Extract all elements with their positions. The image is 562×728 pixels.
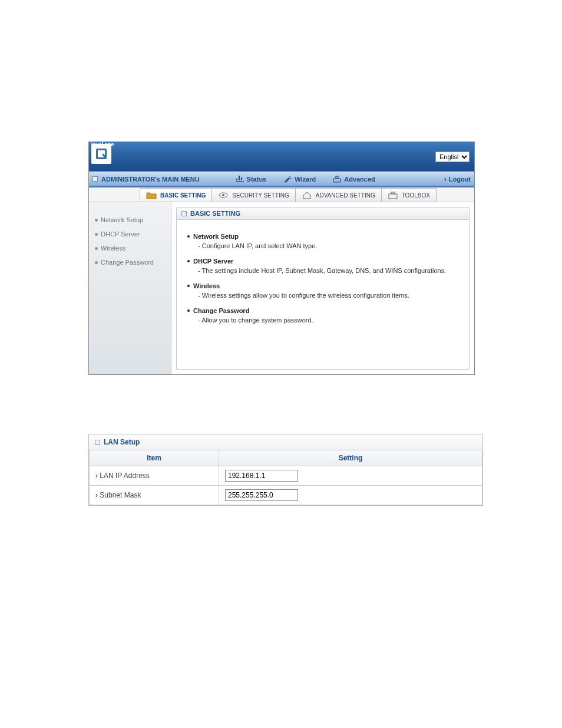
tab-advanced-label: ADVANCED SETTING: [316, 192, 375, 199]
section-desc: Wireless settings allow you to configure…: [198, 292, 458, 299]
row-setting: [219, 466, 482, 486]
tab-security-label: SECURITY SETTING: [232, 192, 289, 199]
section-desc: The settings include Host IP, Subnet Mas…: [198, 267, 458, 274]
section-title: DHCP Server: [187, 258, 458, 265]
row-label-lan-ip: LAN IP Address: [90, 466, 219, 486]
content-panel: BASIC SETTING Network Setup Configure LA…: [176, 207, 470, 370]
panel-title: BASIC SETTING: [190, 210, 240, 217]
tab-toolbox-label: TOOLBOX: [402, 192, 430, 199]
toolbox-icon: [388, 191, 398, 199]
section-title: Network Setup: [187, 233, 458, 240]
tab-basic-setting[interactable]: BASIC SETTING: [140, 188, 212, 202]
panel-square-icon: [181, 211, 187, 216]
main-menu-title: ADMINISTRATOR's MAIN MENU: [101, 176, 200, 183]
sidebar-label: Network Setup: [101, 216, 143, 223]
brand-logo: [91, 144, 111, 164]
sidebar-item-network-setup[interactable]: Network Setup: [89, 213, 171, 227]
language-select[interactable]: English: [435, 151, 470, 162]
wizard-icon: [283, 175, 292, 183]
sidebar-item-change-password[interactable]: Change Password: [89, 255, 171, 269]
logout-label: Logout: [449, 176, 471, 183]
menu-advanced[interactable]: Advanced: [332, 175, 375, 183]
menu-wizard[interactable]: Wizard: [283, 175, 316, 183]
section-desc: Configure LAN IP, and select WAN type.: [198, 242, 458, 249]
section-wireless: Wireless Wireless settings allow you to …: [187, 282, 458, 299]
sidebar: Network Setup DHCP Server Wireless Chang…: [89, 202, 171, 374]
panel-header: BASIC SETTING: [177, 207, 469, 220]
col-item: Item: [90, 450, 219, 466]
svg-rect-10: [389, 194, 397, 199]
svg-point-5: [290, 178, 292, 179]
section-change-password: Change Password Allow you to change syst…: [187, 307, 458, 324]
sidebar-label: Change Password: [101, 259, 154, 266]
svg-rect-7: [336, 176, 338, 179]
section-desc: Allow you to change system password.: [198, 317, 458, 324]
subnet-mask-input[interactable]: [225, 489, 298, 501]
col-setting: Setting: [219, 450, 482, 466]
section-dhcp-server: DHCP Server The settings include Host IP…: [187, 258, 458, 274]
folder-icon: [146, 191, 157, 199]
svg-point-4: [289, 176, 290, 177]
section-title: Change Password: [187, 307, 458, 314]
main-menu-bar: ADMINISTRATOR's MAIN MENU Status Wizard …: [89, 172, 474, 186]
panel-square-icon: [95, 440, 100, 445]
lan-setup-header: LAN Setup: [89, 434, 482, 450]
section-network-setup: Network Setup Configure LAN IP, and sele…: [187, 233, 458, 249]
sidebar-label: Wireless: [101, 245, 125, 252]
sidebar-item-wireless[interactable]: Wireless: [89, 241, 171, 255]
tab-basic-label: BASIC SETTING: [160, 192, 206, 199]
status-icon: [235, 175, 244, 183]
lan-setup-panel: LAN Setup Item Setting LAN IP Address Su…: [88, 434, 483, 506]
lan-ip-input[interactable]: [225, 470, 298, 482]
table-row: LAN IP Address: [90, 466, 482, 486]
menu-advanced-label: Advanced: [344, 176, 375, 183]
content-area: BASIC SETTING Network Setup Configure LA…: [171, 202, 474, 374]
sidebar-label: DHCP Server: [101, 230, 140, 238]
header-bar: level one English: [89, 142, 474, 172]
menu-square-icon: [92, 176, 98, 182]
svg-rect-2: [236, 179, 237, 180]
tab-row: BASIC SETTING SECURITY SETTING ADVANCED …: [89, 186, 474, 202]
table-row: Subnet Mask: [90, 486, 482, 505]
logout-link[interactable]: Logout: [444, 175, 471, 183]
menu-status-label: Status: [247, 176, 267, 183]
tab-security-setting[interactable]: SECURITY SETTING: [211, 188, 296, 202]
eye-icon: [218, 191, 229, 199]
row-label-subnet-mask: Subnet Mask: [90, 486, 219, 505]
lan-setup-title: LAN Setup: [104, 438, 140, 446]
section-title: Wireless: [187, 282, 458, 289]
house-icon: [302, 191, 312, 199]
svg-point-9: [222, 194, 224, 196]
menu-wizard-label: Wizard: [295, 176, 316, 183]
router-main-panel: level one English ADMINISTRATOR's MAIN M…: [88, 141, 475, 375]
sidebar-item-dhcp-server[interactable]: DHCP Server: [89, 227, 171, 241]
row-setting: [219, 486, 482, 505]
svg-rect-0: [239, 176, 240, 180]
svg-rect-1: [241, 177, 242, 180]
lan-setup-table: Item Setting LAN IP Address Subnet Mask: [89, 450, 482, 505]
body-row: Network Setup DHCP Server Wireless Chang…: [89, 202, 474, 374]
panel-body: Network Setup Configure LAN IP, and sele…: [177, 220, 469, 345]
svg-rect-3: [236, 181, 244, 182]
tab-advanced-setting[interactable]: ADVANCED SETTING: [295, 188, 382, 202]
tab-toolbox[interactable]: TOOLBOX: [381, 188, 437, 202]
svg-rect-6: [333, 179, 340, 182]
svg-rect-11: [391, 192, 395, 194]
advanced-icon: [332, 175, 342, 183]
menu-status[interactable]: Status: [235, 175, 267, 183]
